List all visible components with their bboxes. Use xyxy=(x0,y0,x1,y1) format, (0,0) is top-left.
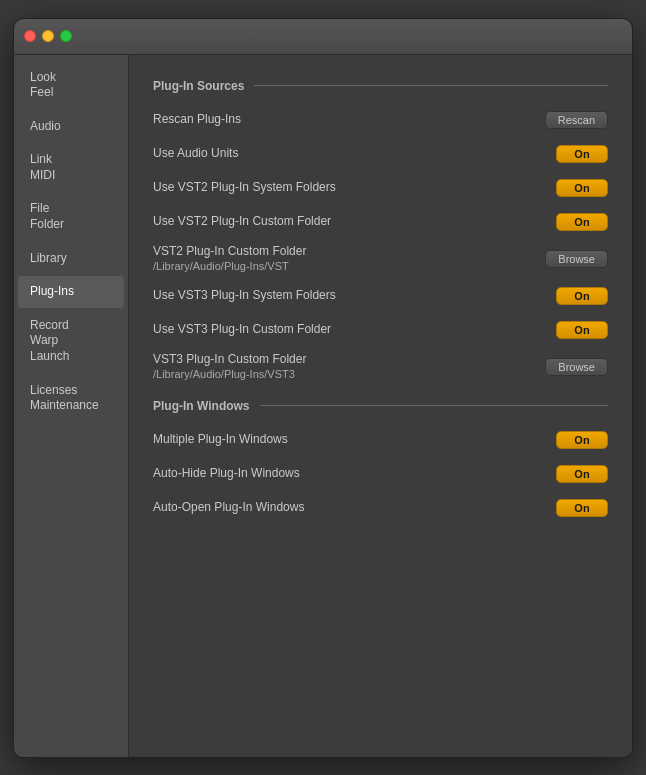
setting-label-use-vst3-custom: Use VST3 Plug-In Custom Folder xyxy=(153,321,556,338)
control-use-audio-units[interactable]: On xyxy=(556,145,608,163)
control-use-vst3-custom[interactable]: On xyxy=(556,321,608,339)
sidebar-item-record-warp-launch[interactable]: Record Warp Launch xyxy=(18,310,124,373)
setting-row-use-vst2-custom: Use VST2 Plug-In Custom FolderOn xyxy=(153,209,608,235)
section-divider-plug-in-windows xyxy=(260,405,608,406)
sidebar-item-library[interactable]: Library xyxy=(18,243,124,275)
control-use-vst3-system[interactable]: On xyxy=(556,287,608,305)
titlebar xyxy=(14,19,632,55)
control-auto-hide-windows[interactable]: On xyxy=(556,465,608,483)
setting-label-auto-open-windows: Auto-Open Plug-In Windows xyxy=(153,499,556,516)
setting-label-use-audio-units: Use Audio Units xyxy=(153,145,556,162)
setting-label-vst3-custom-folder: VST3 Plug-In Custom Folder/Library/Audio… xyxy=(153,351,545,383)
setting-row-rescan-plug-ins: Rescan Plug-InsRescan xyxy=(153,107,608,133)
control-use-vst2-custom[interactable]: On xyxy=(556,213,608,231)
setting-label-use-vst2-custom: Use VST2 Plug-In Custom Folder xyxy=(153,213,556,230)
section-divider-plug-in-sources xyxy=(254,85,608,86)
section-plug-in-windows: Plug-In WindowsMultiple Plug-In WindowsO… xyxy=(153,399,608,521)
control-rescan-plug-ins[interactable]: Rescan xyxy=(545,111,608,129)
maximize-button[interactable] xyxy=(60,30,72,42)
sidebar-item-plug-ins[interactable]: Plug-Ins xyxy=(18,276,124,308)
setting-row-use-vst3-custom: Use VST3 Plug-In Custom FolderOn xyxy=(153,317,608,343)
setting-label-rescan-plug-ins: Rescan Plug-Ins xyxy=(153,111,545,128)
control-multiple-windows[interactable]: On xyxy=(556,431,608,449)
control-use-vst2-system[interactable]: On xyxy=(556,179,608,197)
setting-label-use-vst3-system: Use VST3 Plug-In System Folders xyxy=(153,287,556,304)
setting-label-use-vst2-system: Use VST2 Plug-In System Folders xyxy=(153,179,556,196)
setting-row-auto-open-windows: Auto-Open Plug-In WindowsOn xyxy=(153,495,608,521)
setting-label-multiple-windows: Multiple Plug-In Windows xyxy=(153,431,556,448)
setting-row-vst3-custom-folder: VST3 Plug-In Custom Folder/Library/Audio… xyxy=(153,351,608,383)
setting-row-multiple-windows: Multiple Plug-In WindowsOn xyxy=(153,427,608,453)
traffic-lights xyxy=(24,30,72,42)
setting-row-use-audio-units: Use Audio UnitsOn xyxy=(153,141,608,167)
sidebar-item-look-feel[interactable]: Look Feel xyxy=(18,62,124,109)
minimize-button[interactable] xyxy=(42,30,54,42)
setting-sublabel-vst3-custom-folder: /Library/Audio/Plug-Ins/VST3 xyxy=(153,367,545,382)
control-auto-open-windows[interactable]: On xyxy=(556,499,608,517)
setting-sublabel-vst2-custom-folder: /Library/Audio/Plug-Ins/VST xyxy=(153,259,545,274)
sidebar-item-file-folder[interactable]: File Folder xyxy=(18,193,124,240)
main-panel: Plug-In SourcesRescan Plug-InsRescanUse … xyxy=(129,55,632,757)
preferences-window: Look FeelAudioLink MIDIFile FolderLibrar… xyxy=(13,18,633,758)
section-header-plug-in-windows: Plug-In Windows xyxy=(153,399,608,413)
content-area: Look FeelAudioLink MIDIFile FolderLibrar… xyxy=(14,55,632,757)
section-title-plug-in-windows: Plug-In Windows xyxy=(153,399,250,413)
setting-row-use-vst2-system: Use VST2 Plug-In System FoldersOn xyxy=(153,175,608,201)
control-vst3-custom-folder[interactable]: Browse xyxy=(545,358,608,376)
section-header-plug-in-sources: Plug-In Sources xyxy=(153,79,608,93)
setting-label-auto-hide-windows: Auto-Hide Plug-In Windows xyxy=(153,465,556,482)
control-vst2-custom-folder[interactable]: Browse xyxy=(545,250,608,268)
section-title-plug-in-sources: Plug-In Sources xyxy=(153,79,244,93)
section-plug-in-sources: Plug-In SourcesRescan Plug-InsRescanUse … xyxy=(153,79,608,383)
setting-row-vst2-custom-folder: VST2 Plug-In Custom Folder/Library/Audio… xyxy=(153,243,608,275)
sidebar-item-licenses-maintenance[interactable]: Licenses Maintenance xyxy=(18,375,124,422)
setting-row-use-vst3-system: Use VST3 Plug-In System FoldersOn xyxy=(153,283,608,309)
sidebar: Look FeelAudioLink MIDIFile FolderLibrar… xyxy=(14,55,129,757)
setting-label-vst2-custom-folder: VST2 Plug-In Custom Folder/Library/Audio… xyxy=(153,243,545,275)
sidebar-item-link-midi[interactable]: Link MIDI xyxy=(18,144,124,191)
setting-row-auto-hide-windows: Auto-Hide Plug-In WindowsOn xyxy=(153,461,608,487)
sidebar-item-audio[interactable]: Audio xyxy=(18,111,124,143)
close-button[interactable] xyxy=(24,30,36,42)
